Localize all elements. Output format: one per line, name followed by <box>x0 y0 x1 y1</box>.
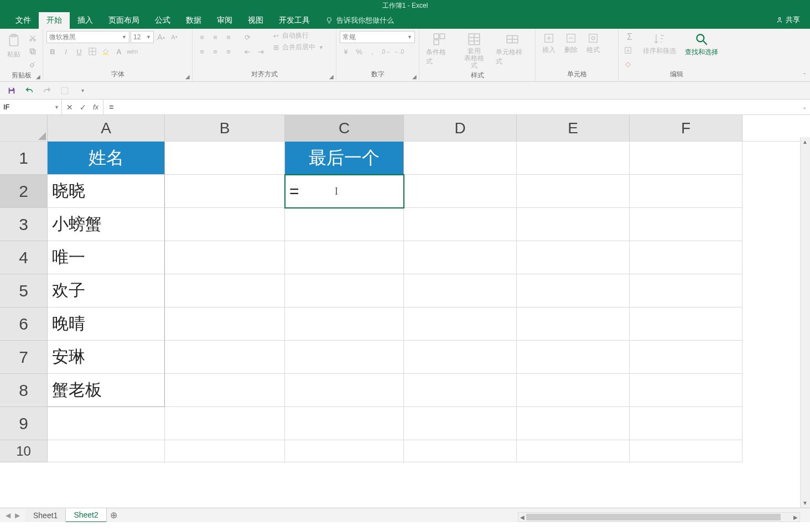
cell-B1[interactable] <box>165 142 285 175</box>
cell-C2[interactable]: = I <box>285 175 404 208</box>
number-format-combo[interactable]: 常规▼ <box>340 31 415 43</box>
cell-E3[interactable] <box>517 208 630 241</box>
cell-B4[interactable] <box>165 241 285 274</box>
increase-indent-button[interactable]: ⇥ <box>255 45 267 58</box>
merge-center-button[interactable]: ⊞合并后居中▼ <box>273 43 324 52</box>
cell-F9[interactable] <box>630 407 742 440</box>
tab-insert[interactable]: 插入 <box>70 12 101 29</box>
col-header-E[interactable]: E <box>517 115 630 141</box>
font-color-button[interactable]: A <box>113 45 125 58</box>
bold-button[interactable]: B <box>46 45 59 58</box>
save-button[interactable] <box>6 85 18 97</box>
increase-font-button[interactable]: A▴ <box>155 31 167 43</box>
cell-F4[interactable] <box>630 241 742 274</box>
formula-input[interactable]: = ⌄ <box>103 100 810 114</box>
cell-D10[interactable] <box>404 440 517 462</box>
scroll-thumb[interactable] <box>526 514 781 520</box>
cell-F3[interactable] <box>630 208 742 241</box>
tab-formulas[interactable]: 公式 <box>147 12 178 29</box>
accounting-button[interactable]: ¥ <box>340 45 352 58</box>
sheet-tab-sheet2[interactable]: Sheet2 <box>66 508 106 523</box>
orientation-button[interactable]: ⟳ <box>241 31 253 43</box>
cell-A2[interactable]: 晓晓 <box>48 175 165 208</box>
cell-F10[interactable] <box>630 440 742 462</box>
percent-button[interactable]: % <box>353 45 365 58</box>
insert-cells-button[interactable]: 插入 <box>539 31 559 56</box>
cell-F2[interactable] <box>630 175 742 208</box>
cell-F7[interactable] <box>630 341 742 374</box>
cut-button[interactable] <box>27 32 39 44</box>
cell-E9[interactable] <box>517 407 630 440</box>
row-header-6[interactable]: 6 <box>0 307 48 341</box>
format-cells-button[interactable]: 格式 <box>583 31 603 56</box>
collapse-ribbon-button[interactable]: ˆ <box>803 72 806 79</box>
decrease-font-button[interactable]: A▾ <box>168 31 180 43</box>
align-left-button[interactable]: ≡ <box>196 45 208 58</box>
cell-E10[interactable] <box>517 440 630 462</box>
cell-A9[interactable] <box>48 407 165 440</box>
table-format-button[interactable]: 套用 表格格式 <box>458 31 490 71</box>
sort-filter-button[interactable]: 排序和筛选 <box>640 31 679 57</box>
align-bottom-button[interactable]: ≡ <box>222 31 235 43</box>
cell-A4[interactable]: 唯一 <box>48 241 165 274</box>
qat-item[interactable] <box>59 85 71 97</box>
cell-A1[interactable]: 姓名 <box>48 142 165 175</box>
cell-C3[interactable] <box>285 208 404 241</box>
tab-pagelayout[interactable]: 页面布局 <box>101 12 147 29</box>
tab-developer[interactable]: 开发工具 <box>271 12 318 29</box>
cell-D7[interactable] <box>404 341 517 374</box>
cell-C4[interactable] <box>285 241 404 274</box>
clipboard-launcher[interactable]: ◢ <box>36 74 40 80</box>
tab-data[interactable]: 数据 <box>178 12 209 29</box>
cell-B10[interactable] <box>165 440 285 462</box>
comma-button[interactable]: , <box>366 45 378 58</box>
cell-B9[interactable] <box>165 407 285 440</box>
cell-D6[interactable] <box>404 307 517 341</box>
cell-F5[interactable] <box>630 274 742 307</box>
cell-A10[interactable] <box>48 440 165 462</box>
align-right-button[interactable]: ≡ <box>222 45 235 58</box>
clear-button[interactable] <box>622 58 634 70</box>
cell-C10[interactable] <box>285 440 404 462</box>
phonetic-button[interactable]: wén <box>126 45 138 58</box>
cell-E4[interactable] <box>517 241 630 274</box>
cell-E2[interactable] <box>517 175 630 208</box>
row-header-2[interactable]: 2 <box>0 175 48 208</box>
qat-customize[interactable]: ▾ <box>76 85 89 97</box>
name-box[interactable]: IF ▼ <box>0 100 62 114</box>
row-header-1[interactable]: 1 <box>0 142 48 175</box>
decrease-indent-button[interactable]: ⇤ <box>241 45 253 58</box>
scroll-down-icon[interactable]: ▼ <box>802 500 808 506</box>
col-header-F[interactable]: F <box>630 115 742 141</box>
copy-button[interactable] <box>27 45 39 58</box>
number-launcher[interactable]: ◢ <box>412 74 417 80</box>
row-header-7[interactable]: 7 <box>0 341 48 374</box>
formula-cancel-button[interactable]: ✕ <box>66 103 73 112</box>
cell-F8[interactable] <box>630 374 742 407</box>
row-header-4[interactable]: 4 <box>0 241 48 274</box>
formula-expand-button[interactable]: ⌄ <box>802 104 807 110</box>
autosum-button[interactable]: Σ <box>622 31 637 43</box>
border-button[interactable] <box>86 45 98 58</box>
cell-A6[interactable]: 晚晴 <box>48 307 165 341</box>
font-name-combo[interactable]: 微软雅黑▼ <box>46 31 129 43</box>
cell-C9[interactable] <box>285 407 404 440</box>
fill-color-button[interactable] <box>100 45 112 58</box>
decrease-decimal-button[interactable]: ←.0 <box>393 45 405 58</box>
sheet-nav-prev[interactable]: ◀ <box>6 512 11 519</box>
align-launcher[interactable]: ◢ <box>329 74 334 80</box>
tab-review[interactable]: 审阅 <box>209 12 240 29</box>
conditional-format-button[interactable]: 条件格式 <box>423 31 455 67</box>
cell-styles-button[interactable]: 单元格样式 <box>492 31 532 67</box>
align-middle-button[interactable]: ≡ <box>209 31 221 43</box>
row-header-10[interactable]: 10 <box>0 440 48 462</box>
row-header-9[interactable]: 9 <box>0 407 48 440</box>
insert-function-button[interactable]: fx <box>93 103 98 111</box>
col-header-A[interactable]: A <box>48 115 165 141</box>
col-header-B[interactable]: B <box>165 115 285 141</box>
cell-E6[interactable] <box>517 307 630 341</box>
row-header-5[interactable]: 5 <box>0 274 48 307</box>
underline-button[interactable]: U <box>73 45 85 58</box>
col-header-D[interactable]: D <box>404 115 517 141</box>
tab-file[interactable]: 文件 <box>8 12 39 29</box>
